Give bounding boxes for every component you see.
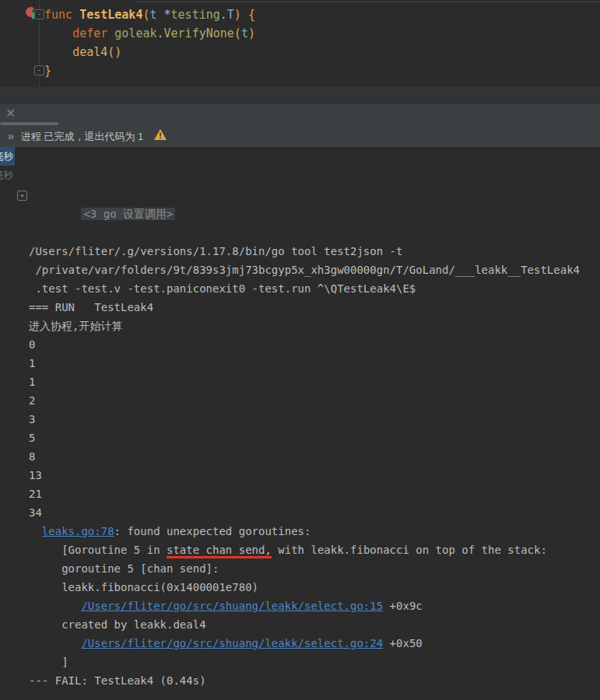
code-token-br: (	[234, 26, 241, 40]
test-tree-item-selected[interactable]: 毫秒	[0, 147, 15, 166]
code-lines[interactable]: func TestLeak4(t *testing.T) { defer gol…	[44, 5, 600, 80]
code-editor[interactable]: - - func TestLeak4(t *testing.T) { defer…	[0, 0, 600, 87]
console-line: 5	[29, 429, 600, 447]
code-line: defer goleak.VerifyNone(t)	[44, 24, 600, 43]
code-token-pk: goleak	[114, 26, 156, 40]
code-token	[107, 26, 114, 40]
code-token	[72, 8, 79, 22]
console-text	[29, 600, 81, 612]
fold-marker-top[interactable]: -	[34, 9, 44, 19]
console-line: 进入协程,开始计算	[29, 317, 600, 335]
editor-top-divider	[136, 2, 600, 2]
console-line: --- FAIL: TestLeak4 (0.44s)	[29, 671, 600, 690]
code-token-br: )	[234, 8, 241, 22]
console-text: leakk.fibonacci(0x1400001e780)	[29, 581, 258, 593]
expand-chevron-icon[interactable]: »	[8, 126, 14, 147]
elapsed-ms-label: 毫秒	[0, 147, 13, 166]
run-status-row: » 进程 已完成，退出代码为 1	[0, 126, 600, 147]
console-text: 5	[29, 432, 35, 444]
code-line: func TestLeak4(t *testing.T) {	[44, 5, 600, 24]
editor-console-splitter[interactable]	[0, 87, 600, 103]
run-console[interactable]: +<3 go 设置调用> /Users/fliter/.g/versions/1…	[15, 147, 600, 700]
console-text: +0x9c	[383, 600, 423, 612]
console-line: 13	[29, 466, 600, 485]
console-text: 1	[29, 357, 35, 369]
console-line: /private/var/folders/9t/839s3jmj73bcgyp5…	[29, 261, 600, 279]
elapsed-ms-label: 毫秒	[0, 166, 13, 184]
console-text: /Users/fliter/.g/versions/1.17.8/bin/go …	[29, 245, 402, 257]
console-line: 1	[29, 354, 600, 373]
file-link[interactable]: /Users/fliter/go/src/shuang/leakk/select…	[81, 637, 383, 649]
code-token-kw: defer	[72, 26, 107, 40]
run-panel-toolbar: ✕	[0, 103, 600, 126]
folded-setup-calls-label[interactable]: <3 go 设置调用>	[81, 208, 175, 220]
console-text: --- FAIL: TestLeak4 (0.44s)	[29, 674, 206, 687]
console-line: 34	[29, 503, 600, 522]
console-text: 34	[29, 506, 42, 519]
console-line: 1	[29, 373, 600, 391]
code-token-op: .	[220, 8, 227, 22]
console-text: /private/var/folders/9t/839s3jmj73bcgyp5…	[29, 264, 580, 276]
console-text: .test -test.v -test.paniconexit0 -test.r…	[29, 282, 416, 295]
console-text: 0	[29, 338, 35, 351]
process-status-text: 进程 已完成，退出代码为 1	[21, 126, 143, 147]
code-token-kw: func	[44, 8, 72, 22]
console-text: 3	[29, 413, 35, 425]
console-line: ]	[29, 653, 600, 671]
console-line: /Users/fliter/go/src/shuang/leakk/select…	[29, 597, 600, 615]
code-token-fn: TestLeak4	[79, 8, 142, 22]
test-tree-item[interactable]: 毫秒	[0, 166, 15, 184]
console-line: created by leakk.deal4	[29, 615, 600, 634]
run-panel-content: 毫秒 毫秒 +<3 go 设置调用> /Users/fliter/.g/vers…	[0, 147, 600, 700]
console-line: /Users/fliter/go/src/shuang/leakk/select…	[29, 634, 600, 653]
console-text: 8	[29, 450, 35, 463]
test-tree-panel: 毫秒 毫秒	[0, 147, 15, 700]
console-line: .test -test.v -test.paniconexit0 -test.r…	[29, 279, 600, 298]
console-text: +0x50	[383, 637, 423, 649]
code-token-br: {	[248, 8, 255, 22]
console-line: leakk.fibonacci(0x1400001e780)	[29, 578, 600, 597]
close-icon[interactable]: ✕	[5, 105, 16, 122]
horizontal-scrollbar-thumb[interactable]	[0, 122, 58, 125]
console-line: 0	[29, 335, 600, 354]
code-token-pm: t	[149, 8, 156, 22]
console-line	[29, 690, 600, 700]
console-fold-row: +<3 go 设置调用>	[29, 186, 600, 205]
fold-expand-icon[interactable]: +	[17, 191, 27, 201]
code-token-br: }	[44, 64, 51, 78]
console-text: 进入协程,开始计算	[29, 320, 122, 332]
code-token-ty: T	[227, 8, 234, 22]
code-line: deal4()	[44, 43, 600, 61]
console-lines: /Users/fliter/.g/versions/1.17.8/bin/go …	[29, 242, 600, 700]
goroutine-state-highlight: state chan send,	[167, 544, 272, 558]
code-token	[157, 8, 164, 22]
console-text: === RUN TestLeak4	[29, 301, 153, 313]
console-text: goroutine 5 [chan send]:	[29, 562, 219, 575]
fold-marker-bottom[interactable]: -	[34, 65, 44, 75]
console-text: with leakk.fibonacci on top of the stack…	[272, 544, 547, 556]
console-line: === RUN TestLeak4	[29, 298, 600, 317]
console-line: 3	[29, 410, 600, 429]
code-token-ca: ()	[107, 45, 121, 59]
file-link[interactable]: /Users/fliter/go/src/shuang/leakk/select…	[81, 600, 383, 612]
code-token-pm: t	[241, 26, 248, 40]
console-text: 1	[29, 376, 35, 388]
code-token	[241, 8, 248, 22]
console-line: [Goroutine 5 in state chan send, with le…	[29, 541, 600, 559]
file-link[interactable]: leaks.go:78	[42, 525, 114, 537]
code-token-br: )	[248, 26, 255, 40]
code-token-ca: deal4	[72, 45, 107, 59]
warning-triangle-icon	[154, 126, 167, 147]
console-text	[29, 525, 42, 537]
console-text	[29, 637, 81, 649]
code-line: }	[44, 61, 600, 80]
console-text: [Goroutine 5 in	[29, 544, 167, 556]
console-text: 2	[29, 394, 35, 407]
code-token-op: *	[164, 8, 171, 22]
console-line: 21	[29, 485, 600, 503]
console-line: 8	[29, 447, 600, 466]
code-token-mt: VerifyNone	[164, 26, 234, 40]
goland-window: - - func TestLeak4(t *testing.T) { defer…	[0, 0, 600, 700]
console-text: ]	[29, 656, 68, 668]
console-text: 13	[29, 469, 42, 481]
